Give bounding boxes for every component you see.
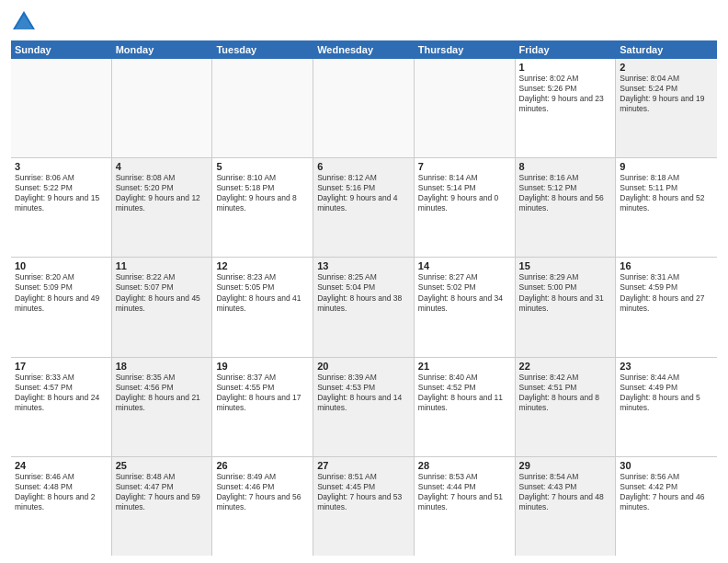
day-info: Sunrise: 8:29 AM Sunset: 5:00 PM Dayligh… bbox=[519, 272, 612, 313]
day-info: Sunrise: 8:48 AM Sunset: 4:47 PM Dayligh… bbox=[116, 472, 209, 512]
header-day-saturday: Saturday bbox=[616, 40, 717, 59]
calendar-row-2: 10Sunrise: 8:20 AM Sunset: 5:09 PM Dayli… bbox=[11, 258, 717, 357]
day-number: 10 bbox=[15, 260, 108, 271]
calendar-cell-day-17: 17Sunrise: 8:33 AM Sunset: 4:57 PM Dayli… bbox=[11, 358, 112, 456]
day-info: Sunrise: 8:06 AM Sunset: 5:22 PM Dayligh… bbox=[15, 173, 108, 213]
calendar-cell-empty-0-4 bbox=[415, 59, 516, 157]
day-number: 26 bbox=[216, 460, 309, 471]
calendar-cell-day-8: 8Sunrise: 8:16 AM Sunset: 5:12 PM Daylig… bbox=[516, 158, 617, 257]
day-number: 1 bbox=[519, 62, 612, 73]
day-info: Sunrise: 8:49 AM Sunset: 4:46 PM Dayligh… bbox=[216, 472, 309, 512]
logo-icon bbox=[11, 9, 37, 35]
calendar-cell-day-6: 6Sunrise: 8:12 AM Sunset: 5:16 PM Daylig… bbox=[313, 158, 415, 257]
day-number: 15 bbox=[519, 260, 612, 271]
logo bbox=[11, 9, 40, 35]
calendar-row-4: 24Sunrise: 8:46 AM Sunset: 4:48 PM Dayli… bbox=[11, 457, 717, 556]
day-info: Sunrise: 8:39 AM Sunset: 4:53 PM Dayligh… bbox=[317, 373, 410, 413]
day-info: Sunrise: 8:46 AM Sunset: 4:48 PM Dayligh… bbox=[15, 472, 108, 512]
day-info: Sunrise: 8:12 AM Sunset: 5:16 PM Dayligh… bbox=[317, 173, 410, 213]
day-number: 9 bbox=[620, 161, 713, 172]
day-number: 7 bbox=[418, 161, 511, 172]
header-day-thursday: Thursday bbox=[415, 40, 516, 59]
calendar-cell-day-15: 15Sunrise: 8:29 AM Sunset: 5:00 PM Dayli… bbox=[516, 258, 617, 356]
calendar-cell-day-9: 9Sunrise: 8:18 AM Sunset: 5:11 PM Daylig… bbox=[616, 158, 717, 257]
day-number: 13 bbox=[317, 260, 410, 271]
day-number: 19 bbox=[216, 361, 309, 372]
calendar-body: 1Sunrise: 8:02 AM Sunset: 5:26 PM Daylig… bbox=[11, 59, 717, 556]
day-info: Sunrise: 8:27 AM Sunset: 5:02 PM Dayligh… bbox=[418, 272, 511, 313]
day-info: Sunrise: 8:16 AM Sunset: 5:12 PM Dayligh… bbox=[519, 173, 612, 213]
calendar-cell-day-2: 2Sunrise: 8:04 AM Sunset: 5:24 PM Daylig… bbox=[616, 59, 717, 157]
day-number: 24 bbox=[15, 460, 108, 471]
day-number: 25 bbox=[116, 460, 209, 471]
day-number: 4 bbox=[116, 161, 209, 172]
calendar-cell-day-4: 4Sunrise: 8:08 AM Sunset: 5:20 PM Daylig… bbox=[112, 158, 213, 257]
calendar-cell-day-3: 3Sunrise: 8:06 AM Sunset: 5:22 PM Daylig… bbox=[11, 158, 112, 257]
calendar-cell-day-22: 22Sunrise: 8:42 AM Sunset: 4:51 PM Dayli… bbox=[516, 358, 617, 456]
calendar-cell-day-21: 21Sunrise: 8:40 AM Sunset: 4:52 PM Dayli… bbox=[415, 358, 516, 456]
day-number: 18 bbox=[116, 361, 209, 372]
calendar-cell-day-29: 29Sunrise: 8:54 AM Sunset: 4:43 PM Dayli… bbox=[516, 457, 617, 556]
calendar-cell-day-19: 19Sunrise: 8:37 AM Sunset: 4:55 PM Dayli… bbox=[212, 358, 313, 456]
day-info: Sunrise: 8:20 AM Sunset: 5:09 PM Dayligh… bbox=[15, 272, 108, 313]
calendar-cell-day-18: 18Sunrise: 8:35 AM Sunset: 4:56 PM Dayli… bbox=[112, 358, 213, 456]
day-number: 2 bbox=[620, 62, 713, 73]
calendar-cell-day-26: 26Sunrise: 8:49 AM Sunset: 4:46 PM Dayli… bbox=[212, 457, 313, 556]
calendar-cell-empty-0-3 bbox=[313, 59, 415, 157]
calendar-cell-day-30: 30Sunrise: 8:56 AM Sunset: 4:42 PM Dayli… bbox=[616, 457, 717, 556]
page-container: SundayMondayTuesdayWednesdayThursdayFrid… bbox=[0, 0, 728, 563]
day-info: Sunrise: 8:33 AM Sunset: 4:57 PM Dayligh… bbox=[15, 373, 108, 413]
calendar-cell-empty-0-0 bbox=[11, 59, 112, 157]
day-info: Sunrise: 8:08 AM Sunset: 5:20 PM Dayligh… bbox=[116, 173, 209, 213]
day-number: 12 bbox=[216, 260, 309, 271]
calendar: SundayMondayTuesdayWednesdayThursdayFrid… bbox=[11, 40, 717, 556]
day-number: 17 bbox=[15, 361, 108, 372]
calendar-cell-day-13: 13Sunrise: 8:25 AM Sunset: 5:04 PM Dayli… bbox=[313, 258, 415, 356]
day-info: Sunrise: 8:04 AM Sunset: 5:24 PM Dayligh… bbox=[620, 74, 713, 114]
day-info: Sunrise: 8:54 AM Sunset: 4:43 PM Dayligh… bbox=[519, 472, 612, 512]
day-info: Sunrise: 8:14 AM Sunset: 5:14 PM Dayligh… bbox=[418, 173, 511, 213]
calendar-cell-day-11: 11Sunrise: 8:22 AM Sunset: 5:07 PM Dayli… bbox=[112, 258, 213, 356]
day-info: Sunrise: 8:23 AM Sunset: 5:05 PM Dayligh… bbox=[216, 272, 309, 313]
day-number: 3 bbox=[15, 161, 108, 172]
day-number: 27 bbox=[317, 460, 410, 471]
day-info: Sunrise: 8:37 AM Sunset: 4:55 PM Dayligh… bbox=[216, 373, 309, 413]
calendar-cell-day-14: 14Sunrise: 8:27 AM Sunset: 5:02 PM Dayli… bbox=[415, 258, 516, 356]
calendar-cell-day-7: 7Sunrise: 8:14 AM Sunset: 5:14 PM Daylig… bbox=[415, 158, 516, 257]
day-info: Sunrise: 8:53 AM Sunset: 4:44 PM Dayligh… bbox=[418, 472, 511, 512]
day-number: 5 bbox=[216, 161, 309, 172]
header-day-friday: Friday bbox=[516, 40, 617, 59]
day-info: Sunrise: 8:44 AM Sunset: 4:49 PM Dayligh… bbox=[620, 373, 713, 413]
calendar-cell-empty-0-2 bbox=[212, 59, 313, 157]
header bbox=[11, 9, 717, 35]
day-info: Sunrise: 8:40 AM Sunset: 4:52 PM Dayligh… bbox=[418, 373, 511, 413]
day-number: 14 bbox=[418, 260, 511, 271]
day-number: 21 bbox=[418, 361, 511, 372]
calendar-cell-day-28: 28Sunrise: 8:53 AM Sunset: 4:44 PM Dayli… bbox=[415, 457, 516, 556]
day-info: Sunrise: 8:42 AM Sunset: 4:51 PM Dayligh… bbox=[519, 373, 612, 413]
calendar-header: SundayMondayTuesdayWednesdayThursdayFrid… bbox=[11, 40, 717, 59]
calendar-cell-day-23: 23Sunrise: 8:44 AM Sunset: 4:49 PM Dayli… bbox=[616, 358, 717, 456]
calendar-row-0: 1Sunrise: 8:02 AM Sunset: 5:26 PM Daylig… bbox=[11, 59, 717, 158]
calendar-cell-day-10: 10Sunrise: 8:20 AM Sunset: 5:09 PM Dayli… bbox=[11, 258, 112, 356]
day-info: Sunrise: 8:10 AM Sunset: 5:18 PM Dayligh… bbox=[216, 173, 309, 213]
day-info: Sunrise: 8:51 AM Sunset: 4:45 PM Dayligh… bbox=[317, 472, 410, 512]
calendar-cell-day-5: 5Sunrise: 8:10 AM Sunset: 5:18 PM Daylig… bbox=[212, 158, 313, 257]
day-number: 30 bbox=[620, 460, 713, 471]
day-number: 28 bbox=[418, 460, 511, 471]
header-day-wednesday: Wednesday bbox=[313, 40, 415, 59]
day-number: 29 bbox=[519, 460, 612, 471]
day-number: 8 bbox=[519, 161, 612, 172]
calendar-cell-day-27: 27Sunrise: 8:51 AM Sunset: 4:45 PM Dayli… bbox=[313, 457, 415, 556]
day-number: 11 bbox=[116, 260, 209, 271]
day-info: Sunrise: 8:31 AM Sunset: 4:59 PM Dayligh… bbox=[620, 272, 713, 313]
header-day-tuesday: Tuesday bbox=[212, 40, 313, 59]
header-day-sunday: Sunday bbox=[11, 40, 112, 59]
calendar-cell-day-20: 20Sunrise: 8:39 AM Sunset: 4:53 PM Dayli… bbox=[313, 358, 415, 456]
day-info: Sunrise: 8:02 AM Sunset: 5:26 PM Dayligh… bbox=[519, 74, 612, 114]
day-info: Sunrise: 8:35 AM Sunset: 4:56 PM Dayligh… bbox=[116, 373, 209, 413]
day-number: 20 bbox=[317, 361, 410, 372]
calendar-cell-day-24: 24Sunrise: 8:46 AM Sunset: 4:48 PM Dayli… bbox=[11, 457, 112, 556]
header-day-monday: Monday bbox=[112, 40, 213, 59]
calendar-cell-day-25: 25Sunrise: 8:48 AM Sunset: 4:47 PM Dayli… bbox=[112, 457, 213, 556]
